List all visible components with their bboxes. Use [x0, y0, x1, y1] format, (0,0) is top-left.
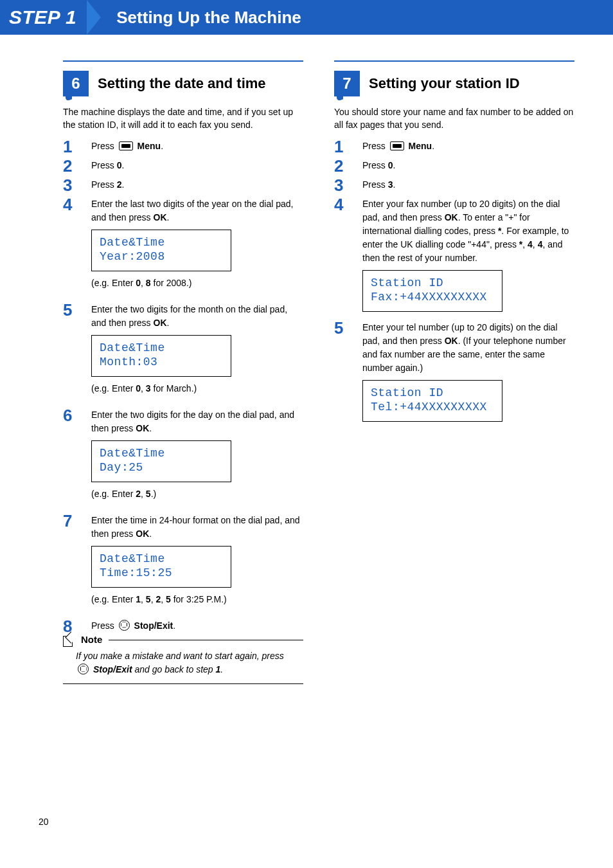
example-text: (e.g. Enter 1, 5, 2, 5 for 3:25 P.M.)	[91, 593, 303, 606]
stop-exit-icon	[78, 664, 89, 674]
lcd-display: Date&TimeTime:15:25	[91, 546, 231, 588]
section-number-badge: 7	[334, 71, 360, 96]
step-text: Press 0.	[91, 159, 303, 174]
step-text: Press Menu.	[91, 140, 303, 155]
step-label: STEP 1	[0, 6, 88, 28]
step-number: 6	[63, 407, 80, 510]
section-intro: The machine displays the date and time, …	[63, 105, 303, 132]
section-number: 7	[342, 75, 351, 93]
step-text: Enter the two digits for the month on th…	[91, 303, 303, 404]
section-number-badge: 6	[63, 71, 89, 96]
step-text: Enter the last two digits of the year on…	[91, 197, 303, 299]
banner-title: Setting Up the Machine	[116, 8, 301, 28]
note-icon	[63, 634, 75, 646]
step-number: 2	[334, 158, 351, 174]
example-text: (e.g. Enter 0, 3 for March.)	[91, 382, 303, 395]
example-text: (e.g. Enter 2, 5.)	[91, 487, 303, 501]
lcd-display: Date&TimeDay:25	[91, 440, 231, 482]
lcd-display: Station IDTel:+44XXXXXXXXX	[362, 380, 502, 422]
section-number: 6	[71, 75, 80, 93]
step-number: 7	[63, 512, 80, 615]
section-intro: You should store your name and fax numbe…	[334, 105, 574, 132]
page-number: 20	[39, 817, 49, 827]
note-body: If you make a mistake and want to start …	[63, 649, 303, 677]
step-number: 2	[63, 158, 80, 174]
note-block: Note If you make a mistake and want to s…	[63, 640, 303, 684]
step-number: 5	[63, 302, 80, 404]
step-number: 1	[63, 138, 80, 155]
menu-icon	[390, 141, 404, 150]
note-title: Note	[81, 634, 102, 645]
stop-exit-icon	[119, 620, 130, 631]
step-number: 4	[63, 196, 80, 299]
step-text: Enter the time in 24-hour format on the …	[91, 514, 303, 615]
step-number: 3	[63, 177, 80, 194]
menu-icon	[119, 141, 133, 150]
section-divider	[63, 60, 303, 62]
step-number: 4	[334, 196, 351, 317]
step-text: Press Menu.	[362, 140, 574, 155]
left-column: 6 Setting the date and time The machine …	[63, 60, 303, 684]
example-text: (e.g. Enter 0, 8 for 2008.)	[91, 276, 303, 290]
step-text: Enter your fax number (up to 20 digits) …	[362, 197, 574, 317]
lcd-display: Station IDFax:+44XXXXXXXXX	[362, 270, 502, 312]
right-column: 7 Setting your station ID You should sto…	[334, 60, 574, 684]
step-number: 1	[334, 138, 351, 155]
step-number: 3	[334, 177, 351, 194]
section-divider	[334, 60, 574, 62]
step-number: 5	[334, 320, 351, 427]
step-text: Press 3.	[362, 178, 574, 194]
header-banner: STEP 1 Setting Up the Machine	[0, 0, 613, 35]
step-text: Enter your tel number (up to 20 digits) …	[362, 321, 574, 427]
section-title: Setting your station ID	[369, 75, 520, 92]
section-title: Setting the date and time	[98, 75, 266, 92]
lcd-display: Date&TimeMonth:03	[91, 335, 231, 377]
step-text: Enter the two digits for the day on the …	[91, 408, 303, 510]
step-text: Press Stop/Exit.	[91, 619, 303, 635]
step-text: Press 0.	[362, 159, 574, 174]
lcd-display: Date&TimeYear:2008	[91, 230, 231, 271]
step-text: Press 2.	[91, 178, 303, 194]
